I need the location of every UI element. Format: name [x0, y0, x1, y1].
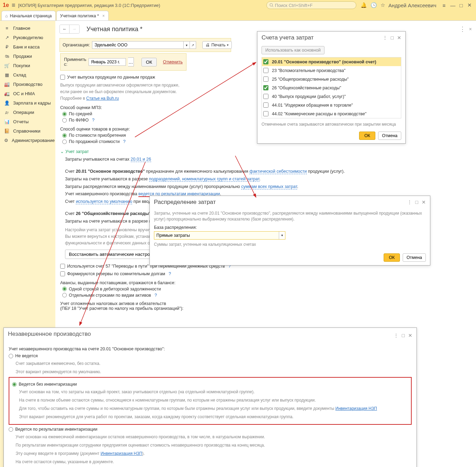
nzp-max-button[interactable]: □: [402, 333, 405, 338]
sidebar-item-admin[interactable]: ⚙Администрирование: [0, 136, 55, 145]
costs-header[interactable]: ⌄ Учет затрат: [60, 149, 472, 154]
sidebar-item-payroll[interactable]: 👤Зарплата и кадры: [0, 98, 55, 108]
more-button[interactable]: ⋮: [459, 25, 466, 33]
date-picker-button[interactable]: …: [128, 57, 134, 66]
accounts-popup-title: Счета учета затрат: [262, 34, 383, 41]
radio-adv-multi[interactable]: [62, 293, 67, 297]
accounts-cancel-button[interactable]: Отмена: [378, 132, 401, 140]
acc-row-40[interactable]: 40 "Выпуск продукции (работ, услуг)": [262, 92, 401, 101]
truck-icon: 🚛: [4, 91, 10, 96]
sidebar-item-ops[interactable]: ДтОперации: [0, 108, 55, 117]
org-open-button[interactable]: ↗: [190, 41, 196, 49]
menu-icon: ≡: [4, 26, 10, 31]
sidebar-item-manager[interactable]: ↗Руководителю: [0, 33, 55, 42]
nav-fwd-button[interactable]: →: [70, 25, 79, 33]
acc-row-4402[interactable]: 44.02 "Коммерческие расходы в производст…: [262, 109, 401, 118]
popup-close-button[interactable]: ✕: [397, 35, 401, 41]
help-reserves[interactable]: ?: [168, 271, 171, 276]
chk-output[interactable]: [60, 75, 65, 80]
accounts-popup: Счета учета затрат ⋮ □ ✕ Использовать ка…: [257, 31, 406, 144]
radio-retail-cost[interactable]: [62, 133, 67, 138]
sidebar-item-production[interactable]: 🏭Производство: [0, 80, 55, 89]
apply-cancel-link[interactable]: Отменить: [163, 60, 183, 64]
dist-more-button[interactable]: ⋮: [407, 199, 412, 205]
nzp-radio-inv[interactable]: [9, 427, 13, 432]
star-icon[interactable]: ☆: [381, 2, 385, 8]
nav-back-button[interactable]: ←: [60, 25, 70, 33]
default-acc-link[interactable]: используется по умолчанию: [76, 199, 132, 204]
dist-ok-button[interactable]: ОК: [384, 253, 400, 262]
popup-more-button[interactable]: ⋮: [383, 35, 387, 41]
search-input[interactable]: Поиск Ctrl+Shift+F: [266, 1, 356, 9]
chk-57[interactable]: [60, 264, 65, 269]
minimize-button[interactable]: —: [449, 2, 457, 8]
sums-note: Суммы затрат, учтенные на калькуляционны…: [154, 242, 426, 248]
nzp-radio-noinv[interactable]: [12, 382, 17, 387]
nzp-inv-doc-link2[interactable]: Инвентаризация НЗП: [101, 451, 142, 456]
factory-icon: 🏭: [4, 82, 10, 87]
home-icon: ⌂: [5, 14, 8, 18]
nzp-close-button[interactable]: ✕: [408, 333, 412, 338]
hamburger-icon[interactable]: ≡: [12, 2, 16, 9]
acc-row-2001[interactable]: 20.01 "Основное производство" (основной …: [262, 57, 401, 66]
sidebar-item-main[interactable]: ≡Главное: [0, 24, 55, 33]
nzp-radio-none[interactable]: [9, 354, 13, 358]
help-adv[interactable]: ?: [155, 293, 157, 298]
sidebar-item-assets[interactable]: 🚛ОС и НМА: [0, 89, 55, 98]
radio-mpz-avg[interactable]: [62, 112, 67, 116]
direct-costs-link[interactable]: суммам всех прямых затрат: [241, 184, 297, 189]
acc-row-25[interactable]: 25 "Общепроизводственные расходы": [262, 75, 401, 83]
buh-article-link[interactable]: Статье на Buh.ru: [86, 96, 119, 101]
sidebar-item-purchases[interactable]: 🛒Покупки: [0, 61, 55, 70]
bell-icon[interactable]: 🔔: [360, 2, 367, 8]
print-button[interactable]: 🖨 Печать ▾: [202, 41, 232, 49]
sidebar-item-warehouse[interactable]: ▦Склад: [0, 70, 55, 80]
dist-close-button[interactable]: ✕: [422, 199, 426, 205]
acc-row-26[interactable]: 26 "Общехозяйственные расходы": [262, 83, 401, 92]
use-default-button[interactable]: Использовать как основной: [262, 46, 324, 54]
person-icon: 👤: [4, 100, 10, 106]
sidebar-item-sales[interactable]: 🛍Продажи: [0, 52, 55, 61]
sidebar-item-bank[interactable]: ₽Банк и касса: [0, 42, 55, 52]
book-icon: 📔: [4, 128, 10, 134]
nzp-inv-doc-link[interactable]: Инвентаризация НЗП: [336, 406, 377, 411]
radio-mpz-fifo[interactable]: [62, 118, 67, 123]
acc-row-23[interactable]: 23 "Вспомогательные производства": [262, 66, 401, 75]
maximize-button[interactable]: □: [457, 2, 465, 8]
base-input[interactable]: [154, 232, 279, 239]
accounts-ok-button[interactable]: ОК: [359, 132, 375, 140]
tab-close-icon[interactable]: ×: [102, 14, 105, 18]
org-input[interactable]: [92, 41, 184, 49]
apply-ok-button[interactable]: ОК: [141, 58, 157, 66]
accounts-link[interactable]: 20.01 и 26: [131, 157, 151, 162]
help-retail[interactable]: ?: [123, 139, 126, 144]
base-dropdown-button[interactable]: ▾: [279, 232, 285, 239]
tab-active[interactable]: Учетная политика * ×: [56, 11, 109, 20]
popup-max-button[interactable]: □: [391, 35, 394, 41]
apply-date-input[interactable]: [89, 58, 126, 66]
close-button[interactable]: ✕: [466, 2, 473, 8]
tab-home[interactable]: ⌂ Начальная страница: [1, 11, 56, 20]
nzp-more-button[interactable]: ⋮: [394, 333, 399, 338]
user-name[interactable]: Андрей Алексеевич: [388, 2, 436, 8]
sidebar-item-reports[interactable]: 📊Отчеты: [0, 117, 55, 126]
clock-icon[interactable]: 🕓: [370, 2, 377, 8]
dtct-icon: Дт: [4, 111, 10, 114]
base-select[interactable]: ▾: [154, 231, 285, 240]
acc-row-4401[interactable]: 44.01 "Издержки обращения в торговле": [262, 101, 401, 109]
subdiv-link[interactable]: подразделений, номенклатурных групп и ст…: [149, 177, 259, 182]
dist-cancel-button[interactable]: Отмена: [403, 253, 426, 262]
svg-line-1: [272, 6, 273, 7]
cost-actual-link[interactable]: фактической себестоимости: [249, 169, 307, 174]
help-fifo[interactable]: ?: [92, 118, 94, 123]
radio-adv-single[interactable]: [62, 287, 67, 291]
svg-point-0: [270, 3, 273, 6]
radio-retail-sale[interactable]: [62, 140, 67, 144]
org-dropdown-button[interactable]: ▾: [184, 41, 190, 49]
sidebar-item-refs[interactable]: 📔Справочники: [0, 126, 55, 136]
close-page-button[interactable]: ×: [469, 26, 472, 32]
restore-auto-button[interactable]: Восстановить автоматические настройки: [65, 250, 161, 259]
dist-max-button[interactable]: □: [415, 199, 418, 205]
chk-reserves[interactable]: [60, 271, 65, 276]
dock-icon[interactable]: ≡: [442, 2, 446, 8]
